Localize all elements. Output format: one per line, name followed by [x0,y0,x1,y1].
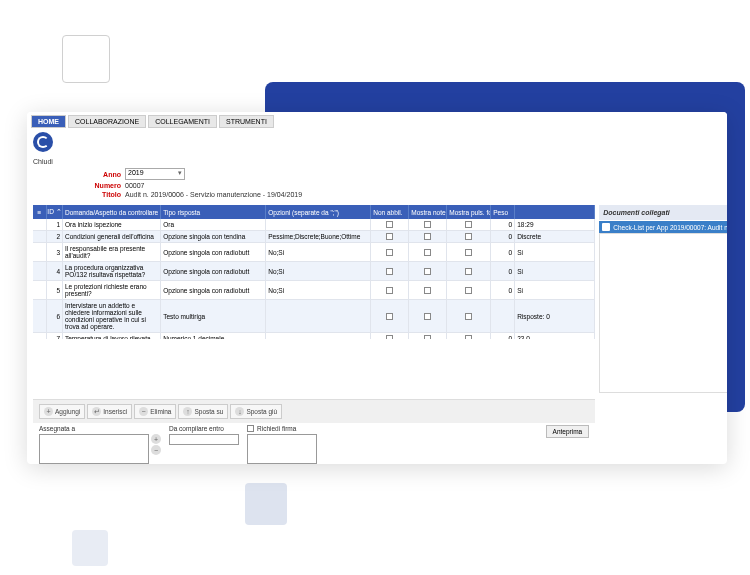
table-row[interactable]: 5Le protezioni richieste erano presenti?… [33,281,595,300]
cell-nonabbil[interactable] [371,219,409,231]
remove-assignee-icon[interactable]: − [151,445,161,455]
cell-domanda: Temperatura di lavoro rilevata [63,333,161,339]
table-row[interactable]: 2Condizioni generali dell'officinaOpzion… [33,231,595,243]
cell-puls[interactable] [447,300,491,333]
inserisci-button[interactable]: ↵Inserisci [87,404,132,419]
anteprima-button[interactable]: Anteprima [546,425,590,438]
cell-tipo: Ora [161,219,266,231]
cell-id: 2 [47,231,63,243]
aggiungi-button[interactable]: +Aggiungi [39,404,85,419]
cell-nonabbil[interactable] [371,300,409,333]
anno-select[interactable]: 2019 [125,168,185,180]
cell-tipo: Opzione singola con tendina [161,231,266,243]
cell-peso: 0 [491,231,515,243]
cell-domanda: Il responsabile era presente all'audit? [63,243,161,262]
cell-nonabbil[interactable] [371,333,409,339]
add-assignee-icon[interactable]: + [151,434,161,444]
titolo-label: Titolo [87,191,121,198]
cell-extra: Risposte: 0 [515,300,595,333]
documento-item[interactable]: Check-List per App 2019/00007: Audit n. … [599,221,727,233]
col-peso[interactable]: Peso [491,205,515,219]
cell-note[interactable] [409,231,447,243]
grid-body[interactable]: 1Ora inizio ispezioneOra018:292Condizion… [33,219,595,339]
top-bar [27,128,727,156]
col-domanda[interactable]: Domanda/Aspetto da controllare [63,205,161,219]
grid-header: ≡ ID ⌃ Domanda/Aspetto da controllare Ti… [33,205,595,219]
cell-peso: 0 [491,219,515,231]
cell-extra: Discrete [515,231,595,243]
cell-nonabbil[interactable] [371,231,409,243]
cell-extra: 23,0 [515,333,595,339]
cell-note[interactable] [409,243,447,262]
firma-area[interactable] [247,434,317,464]
assegnata-textarea[interactable] [39,434,149,464]
col-puls[interactable]: Mostra puls. fot [447,205,491,219]
col-menu[interactable]: ≡ [33,205,47,219]
titolo-value: Audit n. 2019/0006 - Servizio manutenzio… [125,191,302,198]
sposta-su-label: Sposta su [194,408,223,415]
cell-nonabbil[interactable] [371,243,409,262]
col-opzioni[interactable]: Opzioni (separate da ";") [266,205,371,219]
richiedi-firma-checkbox[interactable] [247,425,254,432]
table-row[interactable]: 4La procedura organizzativa PO/132 risul… [33,262,595,281]
cell-tipo: Numerico 1 decimale [161,333,266,339]
cell-note[interactable] [409,300,447,333]
row-menu [33,231,47,243]
cell-opzioni [266,300,371,333]
cell-puls[interactable] [447,333,491,339]
cell-puls[interactable] [447,281,491,300]
cell-puls[interactable] [447,219,491,231]
table-row[interactable]: 1Ora inizio ispezioneOra018:29 [33,219,595,231]
sposta-giu-button[interactable]: ↓Sposta giù [230,404,282,419]
grid-toolbar: +Aggiungi ↵Inserisci −Elimina ↑Sposta su… [33,399,595,423]
numero-value: 00007 [125,182,144,189]
cell-puls[interactable] [447,262,491,281]
decorative-box-bottom [72,530,108,566]
ribbon-tabs: HOME COLLABORAZIONE COLLEGAMENTI STRUMEN… [27,112,727,128]
cell-peso: 0 [491,281,515,300]
row-menu [33,262,47,281]
cell-tipo: Testo multiriga [161,300,266,333]
content-row: ≡ ID ⌃ Domanda/Aspetto da controllare Ti… [27,205,727,464]
decorative-box-mid [245,483,287,525]
cell-peso: 0 [491,262,515,281]
close-link[interactable]: Chiudi [27,158,727,165]
col-nonabbil[interactable]: Non abbil. [371,205,409,219]
documenti-body [599,233,727,393]
richiedi-label: Richiedi firma [257,425,296,432]
tab-collaborazione[interactable]: COLLABORAZIONE [68,115,146,128]
cell-nonabbil[interactable] [371,281,409,300]
cell-note[interactable] [409,262,447,281]
cell-opzioni: No;Si [266,243,371,262]
cell-puls[interactable] [447,243,491,262]
app-logo-icon [33,132,53,152]
table-row[interactable]: 3Il responsabile era presente all'audit?… [33,243,595,262]
cell-puls[interactable] [447,231,491,243]
col-extra [515,205,595,219]
table-row[interactable]: 7Temperatura di lavoro rilevataNumerico … [33,333,595,339]
cell-note[interactable] [409,219,447,231]
cell-tipo: Opzione singola con radiobutt [161,262,266,281]
bottom-form: Assegnata a + − Da compilare entro [33,423,595,464]
cell-peso [491,300,515,333]
anno-label: Anno [87,171,121,178]
sposta-su-button[interactable]: ↑Sposta su [178,404,228,419]
col-id[interactable]: ID ⌃ [47,205,63,219]
cell-domanda: Intervistare un addetto e chiedere infor… [63,300,161,333]
sposta-giu-label: Sposta giù [246,408,277,415]
cell-nonabbil[interactable] [371,262,409,281]
cell-extra: Si [515,243,595,262]
grid-wrap: ≡ ID ⌃ Domanda/Aspetto da controllare Ti… [33,205,595,464]
col-note[interactable]: Mostra note [409,205,447,219]
row-menu [33,281,47,300]
cell-id: 4 [47,262,63,281]
tab-home[interactable]: HOME [31,115,66,128]
tab-strumenti[interactable]: STRUMENTI [219,115,274,128]
elimina-button[interactable]: −Elimina [134,404,176,419]
col-tipo[interactable]: Tipo risposta [161,205,266,219]
cell-note[interactable] [409,281,447,300]
compilare-input[interactable] [169,434,239,445]
cell-note[interactable] [409,333,447,339]
tab-collegamenti[interactable]: COLLEGAMENTI [148,115,217,128]
table-row[interactable]: 6Intervistare un addetto e chiedere info… [33,300,595,333]
